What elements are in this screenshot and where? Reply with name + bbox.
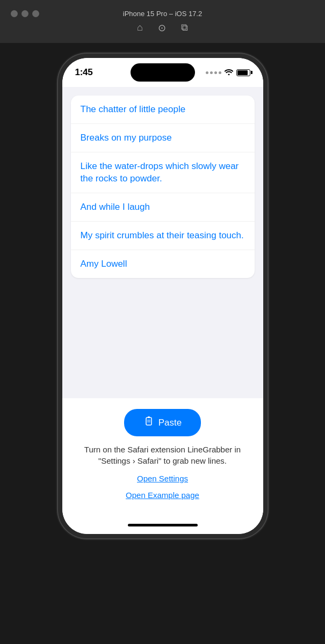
- poem-line-4[interactable]: And while I laugh: [71, 193, 255, 222]
- home-icon[interactable]: ⌂: [137, 22, 143, 33]
- poem-card: The chatter of little people Breaks on m…: [71, 96, 255, 278]
- app-content: The chatter of little people Breaks on m…: [62, 87, 263, 398]
- status-icons: [206, 68, 250, 77]
- poem-line-3[interactable]: Like the water-drops which slowly wear t…: [71, 152, 255, 194]
- wifi-icon: [225, 68, 233, 77]
- poem-line-6[interactable]: Amy Lowell: [71, 250, 255, 278]
- screenshot-icon[interactable]: ⊙: [158, 22, 166, 34]
- poem-line-1[interactable]: The chatter of little people: [71, 96, 255, 124]
- mac-titlebar: iPhone 15 Pro – iOS 17.2 ⌂ ⊙ ⧉: [0, 0, 325, 43]
- svg-rect-1: [148, 416, 150, 418]
- signal-dot-4: [219, 71, 221, 74]
- dynamic-island: [131, 63, 195, 82]
- open-example-link[interactable]: Open Example page: [126, 491, 199, 500]
- home-indicator: [62, 516, 263, 534]
- signal-dot-2: [210, 71, 213, 74]
- mac-toolbar: ⌂ ⊙ ⧉: [137, 22, 188, 34]
- open-settings-link[interactable]: Open Settings: [137, 474, 188, 483]
- iphone-frame: 1:45: [58, 54, 268, 538]
- svg-rect-0: [146, 418, 151, 425]
- mac-window-controls: [11, 10, 39, 17]
- home-bar: [128, 524, 198, 526]
- battery-fill: [237, 70, 248, 75]
- status-bar: 1:45: [62, 58, 263, 87]
- signal-dot-1: [206, 71, 208, 74]
- status-time: 1:45: [75, 67, 93, 78]
- poem-line-5[interactable]: My spirit crumbles at their teasing touc…: [71, 222, 255, 250]
- close-dot[interactable]: [11, 10, 18, 17]
- signal-dot-3: [214, 71, 217, 74]
- rotate-icon[interactable]: ⧉: [181, 22, 188, 33]
- signal-dots: [206, 71, 221, 74]
- window-title: iPhone 15 Pro – iOS 17.2: [123, 10, 202, 18]
- poem-line-2[interactable]: Breaks on my purpose: [71, 124, 255, 152]
- paste-button[interactable]: Paste: [124, 409, 201, 436]
- instruction-text: Turn on the Safari extension LineGrabber…: [84, 444, 241, 466]
- battery-icon: [236, 69, 250, 76]
- iphone-screen: 1:45: [62, 58, 263, 534]
- mac-titlebar-top: iPhone 15 Pro – iOS 17.2: [0, 10, 325, 18]
- paste-icon: [143, 416, 154, 429]
- fullscreen-dot[interactable]: [32, 10, 39, 17]
- minimize-dot[interactable]: [21, 10, 28, 17]
- paste-label: Paste: [158, 418, 182, 428]
- bottom-section: Paste Turn on the Safari extension LineG…: [62, 398, 263, 516]
